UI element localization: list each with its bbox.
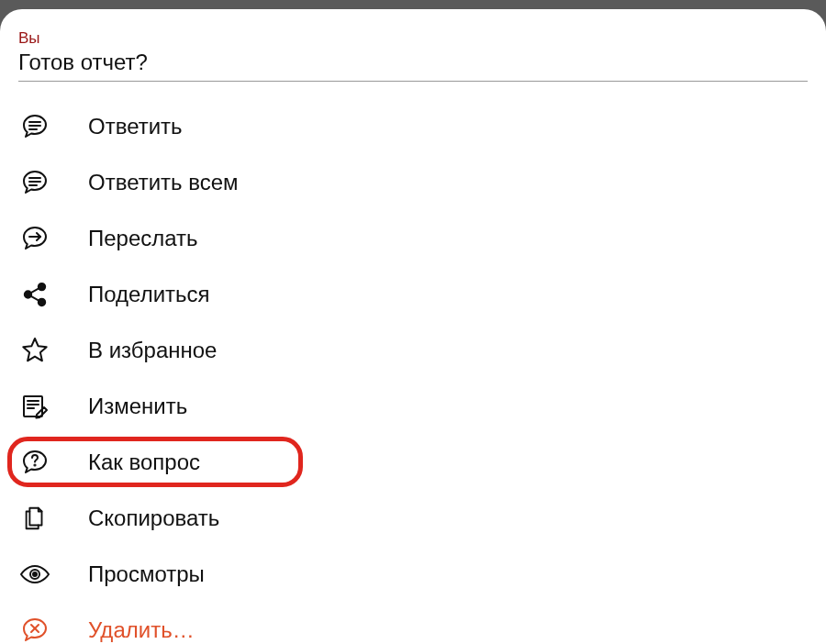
- svg-rect-12: [24, 396, 42, 416]
- star-icon: [18, 334, 51, 367]
- eye-icon: [18, 558, 51, 591]
- document-edit-icon: [18, 390, 51, 423]
- sender-label: Вы: [18, 29, 808, 48]
- menu-item-label: В избранное: [88, 338, 217, 363]
- menu-item-copy[interactable]: Скопировать: [18, 490, 808, 546]
- svg-point-9: [39, 298, 46, 305]
- menu-item-as-question[interactable]: Как вопрос: [18, 434, 808, 490]
- svg-point-18: [33, 572, 37, 576]
- share-icon: [18, 278, 51, 311]
- menu-item-share[interactable]: Поделиться: [18, 266, 808, 322]
- menu-item-forward[interactable]: Переслать: [18, 210, 808, 266]
- menu-item-label: Просмотры: [88, 561, 205, 587]
- speech-bubble-arrow-icon: [18, 222, 51, 255]
- speech-bubble-question-icon: [18, 446, 51, 479]
- menu-item-label: Изменить: [88, 394, 187, 419]
- speech-bubble-x-icon: [18, 614, 51, 645]
- menu-item-edit[interactable]: Изменить: [18, 378, 808, 434]
- menu-item-views[interactable]: Просмотры: [18, 546, 808, 602]
- menu-item-reply-all[interactable]: Ответить всем: [18, 154, 808, 210]
- context-menu: Ответить Ответить всем Пе: [18, 98, 808, 644]
- menu-item-favorite[interactable]: В избранное: [18, 322, 808, 378]
- svg-point-16: [34, 464, 35, 465]
- menu-item-label: Ответить всем: [88, 170, 239, 195]
- menu-item-label: Ответить: [88, 114, 183, 139]
- menu-item-label: Скопировать: [88, 505, 219, 531]
- menu-item-label: Поделиться: [88, 282, 210, 307]
- menu-item-label: Как вопрос: [88, 450, 200, 475]
- speech-bubble-lines-icon: [18, 166, 51, 199]
- svg-line-11: [31, 295, 39, 300]
- speech-bubble-lines-icon: [18, 110, 51, 143]
- menu-item-label: Удалить…: [88, 617, 195, 643]
- message-header: Вы Готов отчет?: [18, 29, 808, 82]
- svg-point-7: [39, 283, 46, 290]
- bottom-sheet: Вы Готов отчет? Ответить: [0, 9, 826, 644]
- menu-item-label: Переслать: [88, 226, 198, 251]
- copy-icon: [18, 502, 51, 535]
- svg-point-8: [25, 291, 32, 298]
- menu-item-reply[interactable]: Ответить: [18, 98, 808, 154]
- message-text: Готов отчет?: [18, 50, 808, 75]
- svg-line-10: [31, 288, 39, 293]
- menu-item-delete[interactable]: Удалить…: [18, 602, 808, 644]
